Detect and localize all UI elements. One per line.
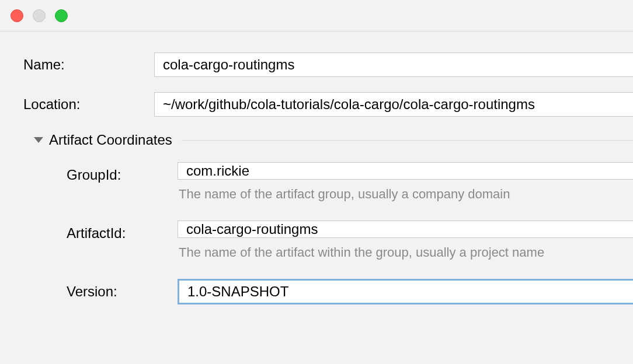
name-row: Name:: [23, 52, 633, 77]
location-row: Location:: [23, 92, 633, 117]
version-label: Version:: [23, 284, 178, 300]
section-divider: [182, 140, 633, 141]
artifactid-row: ArtifactId: The name of the artifact wit…: [23, 220, 633, 274]
section-title: Artifact Coordinates: [49, 132, 172, 148]
version-row: Version:: [23, 279, 633, 304]
artifactid-input[interactable]: [178, 220, 633, 238]
groupid-row: GroupId: The name of the artifact group,…: [23, 162, 633, 216]
groupid-input-wrap: The name of the artifact group, usually …: [178, 162, 633, 216]
artifact-coordinates-header[interactable]: Artifact Coordinates: [34, 132, 633, 148]
name-input[interactable]: [154, 52, 633, 77]
location-input[interactable]: [154, 92, 633, 117]
groupid-hint: The name of the artifact group, usually …: [178, 187, 633, 202]
name-label: Name:: [23, 57, 154, 73]
close-window-icon[interactable]: [11, 9, 23, 22]
maximize-window-icon[interactable]: [55, 9, 68, 22]
minimize-window-icon[interactable]: [33, 9, 46, 22]
window-titlebar: [0, 0, 633, 32]
form-content: Name: Location: Artifact Coordinates Gro…: [0, 32, 633, 304]
groupid-input[interactable]: [178, 162, 633, 180]
version-input[interactable]: [178, 279, 633, 304]
traffic-lights: [11, 9, 68, 22]
artifactid-hint: The name of the artifact within the grou…: [178, 245, 633, 260]
artifactid-input-wrap: The name of the artifact within the grou…: [178, 220, 633, 274]
location-label: Location:: [23, 96, 154, 113]
artifactid-label: ArtifactId:: [23, 220, 178, 242]
groupid-label: GroupId:: [23, 162, 178, 183]
chevron-down-icon: [34, 137, 43, 143]
